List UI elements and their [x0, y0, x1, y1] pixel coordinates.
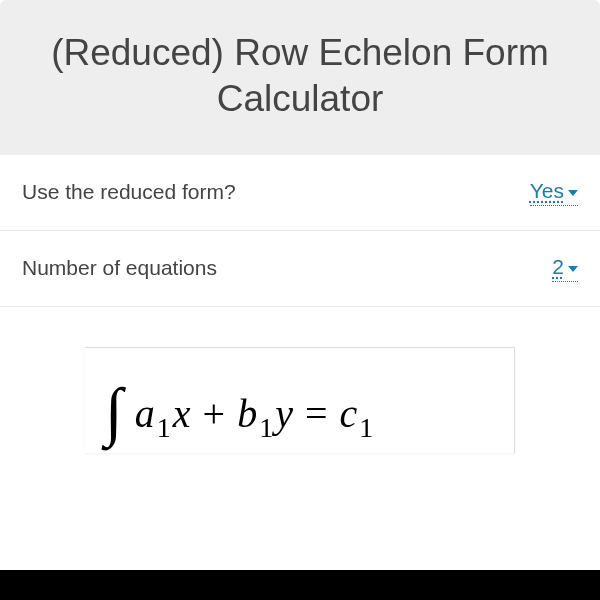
term-x: x — [173, 390, 191, 437]
field-label-reduced: Use the reduced form? — [22, 180, 236, 204]
select-reduced-value: Yes — [530, 179, 564, 203]
svg-marker-1 — [568, 266, 578, 272]
select-equations[interactable]: 2 — [552, 255, 578, 282]
chevron-down-icon — [568, 255, 578, 279]
field-row-reduced: Use the reduced form? Yes — [0, 155, 600, 231]
op-plus: + — [203, 390, 226, 437]
term-b: b — [237, 390, 257, 437]
sub-c1: 1 — [359, 412, 373, 444]
header: (Reduced) Row Echelon Form Calculator — [0, 0, 600, 155]
equation-display: ∫ a 1 x + b 1 y = c 1 — [105, 368, 484, 443]
brace-integral-icon: ∫ — [105, 374, 123, 449]
svg-marker-0 — [568, 190, 578, 196]
equation-box: ∫ a 1 x + b 1 y = c 1 — [85, 347, 515, 453]
term-c: c — [339, 390, 357, 437]
op-equals: = — [305, 390, 328, 437]
select-equations-value: 2 — [552, 255, 564, 279]
field-row-equations: Number of equations 2 — [0, 231, 600, 307]
term-a: a — [135, 390, 155, 437]
chevron-down-icon — [568, 179, 578, 203]
equation-area: ∫ a 1 x + b 1 y = c 1 — [0, 307, 600, 453]
calculator-container: (Reduced) Row Echelon Form Calculator Us… — [0, 0, 600, 453]
sub-a1: 1 — [157, 412, 171, 444]
term-y: y — [275, 390, 293, 437]
field-label-equations: Number of equations — [22, 256, 217, 280]
page-title: (Reduced) Row Echelon Form Calculator — [20, 30, 580, 123]
sub-b1: 1 — [259, 412, 273, 444]
bottom-strip — [0, 570, 600, 600]
select-reduced[interactable]: Yes — [530, 179, 578, 206]
